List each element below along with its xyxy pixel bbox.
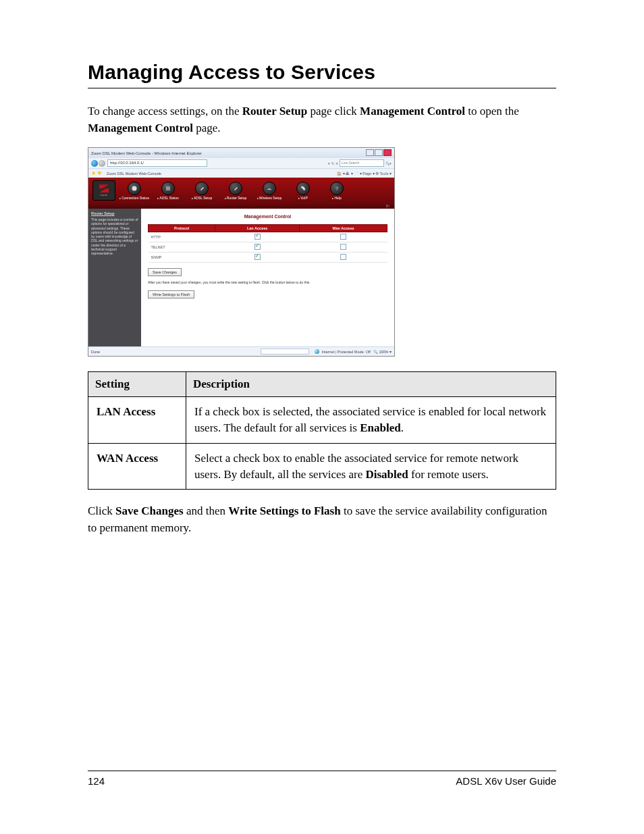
security-zone: Internet | Protected Mode: Off: [322, 350, 371, 354]
menu-connection-status[interactable]: Connection Status: [118, 182, 151, 200]
refresh-icon[interactable]: ↻: [331, 161, 334, 165]
write-settings-button[interactable]: Write Settings to Flash: [148, 290, 194, 298]
sidebar-title: Router Setup: [91, 211, 138, 216]
cell-lan: [215, 253, 300, 263]
menu-adsl-status[interactable]: ADSL Status: [152, 182, 184, 200]
cell-protocol: HTTP: [149, 232, 215, 242]
status-bar: Done Internet | Protected Mode: Off 🔍 10…: [88, 346, 394, 356]
text: for remote users.: [408, 468, 489, 481]
checkbox-wan-snmp[interactable]: [340, 254, 346, 260]
col-wan-access: Wan Access: [300, 225, 387, 232]
header-setting: Setting: [88, 372, 186, 397]
window-buttons: [365, 149, 392, 157]
table-row: HTTP: [149, 232, 387, 242]
setting-lan-access: LAN Access: [88, 397, 186, 444]
forward-icon[interactable]: [99, 160, 105, 167]
intro-paragraph: To change access settings, on the Router…: [88, 103, 556, 136]
table-row: WAN Access Select a check box to enable …: [88, 443, 556, 490]
save-changes-button[interactable]: Save Changes: [148, 268, 182, 276]
text: .: [401, 421, 404, 434]
bold-management-control-page: Management Control: [88, 122, 193, 134]
wrench-icon: [229, 182, 242, 195]
menu-voip[interactable]: VoIP: [287, 182, 319, 200]
address-input[interactable]: http://10.0.164.0.1/: [107, 159, 207, 167]
nav-buttons: [91, 160, 105, 167]
table-row: SNMP: [149, 253, 387, 263]
header-arrow-strip: [88, 203, 394, 209]
browser-screenshot: Zoom DSL Modem Web-Console - Windows Int…: [88, 147, 395, 357]
panel-title: Management Control: [148, 214, 387, 219]
phone-icon: [296, 182, 310, 195]
menu-label: ADSL Status: [157, 196, 179, 200]
menu-label: Router Setup: [225, 196, 247, 200]
footer-rule: [88, 771, 556, 771]
cell-wan: [300, 253, 387, 263]
cell-lan: [215, 242, 300, 253]
help-icon: ?: [330, 182, 344, 195]
wireless-icon: [263, 182, 276, 195]
sidebar-text: This page includes a number of options f…: [91, 217, 138, 255]
table-row: LAN Access If a check box is selected, t…: [88, 397, 556, 444]
close-icon[interactable]: [383, 149, 392, 156]
search-input[interactable]: Live Search: [340, 159, 384, 167]
col-lan-access: Lan Access: [215, 225, 300, 232]
page-number: 124: [88, 775, 105, 787]
back-icon[interactable]: [91, 160, 98, 167]
text: To change access settings, on the: [88, 105, 242, 118]
menu-label: ADSL Setup: [192, 196, 212, 200]
document-page: Managing Access to Services To change ac…: [0, 0, 644, 834]
search-icon[interactable]: 🔍▾: [385, 161, 392, 165]
col-protocol: Protocol: [149, 225, 215, 232]
status-done: Done: [91, 350, 100, 354]
table-row: TELNET: [149, 242, 387, 253]
menu-adsl-setup[interactable]: ADSL Setup: [186, 182, 218, 200]
management-control-table: Protocol Lan Access Wan Access HTTP TELN…: [148, 224, 387, 263]
bold-save-changes: Save Changes: [115, 504, 184, 517]
bold-router-setup: Router Setup: [242, 105, 308, 118]
checkbox-lan-telnet[interactable]: [254, 244, 261, 250]
menu-router-setup[interactable]: Router Setup: [219, 182, 252, 200]
window-title: Zoom DSL Modem Web-Console - Windows Int…: [91, 151, 202, 155]
add-favorite-icon[interactable]: ✚: [97, 170, 102, 176]
table-header-row: Setting Description: [88, 372, 556, 397]
favorites-icon[interactable]: ★: [91, 170, 96, 176]
browser-tab[interactable]: ★✚ Zoom DSL Modem Web-Console: [91, 170, 161, 176]
menu-help[interactable]: ?Help: [321, 182, 353, 200]
desc-wan-access: Select a check box to enable the associa…: [186, 443, 556, 490]
checkbox-lan-http[interactable]: [254, 234, 261, 240]
address-bar-row: http://10.0.164.0.1/ ▾ ↻ ✕ Live Search 🔍…: [88, 158, 394, 168]
text: page click: [307, 105, 360, 118]
bold-write-settings: Write Settings to Flash: [228, 504, 340, 517]
checkbox-wan-http[interactable]: [340, 234, 346, 240]
svg-text:?: ?: [336, 186, 338, 190]
menu-label: Wireless Setup: [257, 196, 282, 200]
bold-enabled: Enabled: [360, 421, 400, 434]
checkbox-wan-telnet[interactable]: [340, 244, 346, 250]
cell-protocol: TELNET: [149, 242, 215, 253]
menu-wireless-setup[interactable]: Wireless Setup: [253, 182, 286, 200]
zoom-logo-icon: [99, 184, 109, 192]
cell-wan: [300, 242, 387, 253]
maximize-icon[interactable]: [375, 149, 383, 156]
main-panel: Management Control Protocol Lan Access W…: [141, 209, 394, 346]
text: page.: [193, 122, 221, 134]
progress-bar: [261, 348, 309, 355]
zoom-level[interactable]: 🔍 100% ▾: [373, 350, 392, 354]
text: and then: [184, 504, 229, 517]
dropdown-icon[interactable]: ▾: [328, 161, 330, 165]
checkbox-lan-snmp[interactable]: [254, 254, 261, 260]
table-header-row: Protocol Lan Access Wan Access: [149, 225, 387, 232]
guide-title: ADSL X6v User Guide: [456, 775, 556, 787]
minimize-icon[interactable]: [366, 149, 374, 156]
bold-management-control: Management Control: [360, 105, 465, 118]
heading-rule: [88, 88, 556, 88]
cell-wan: [300, 232, 387, 242]
window-titlebar: Zoom DSL Modem Web-Console - Windows Int…: [88, 148, 394, 158]
adsl-status-icon: [161, 182, 175, 195]
closing-paragraph: Click Save Changes and then Write Settin…: [88, 503, 556, 536]
desc-lan-access: If a check box is selected, the associat…: [186, 397, 556, 444]
text: to open the: [465, 105, 519, 118]
menu-label: VoIP: [298, 196, 308, 200]
stop-icon[interactable]: ✕: [336, 161, 338, 165]
toolbar-tools[interactable]: 🏠 ▾ 🖶 ▾ 📄 ▾ Page ▾ ⚙ Tools ▾: [337, 172, 392, 176]
